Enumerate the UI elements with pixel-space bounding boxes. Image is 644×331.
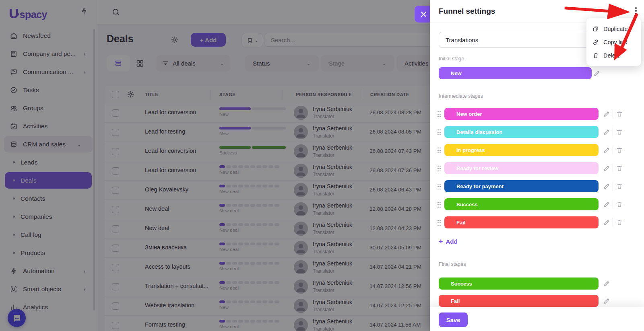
- app: U spacy Newsfeed Company and pe... › Com…: [0, 0, 644, 331]
- final-stages-section-label: Final stages: [439, 261, 466, 267]
- edit-pencil-icon[interactable]: [603, 164, 611, 172]
- drag-handle-icon[interactable]: [437, 183, 441, 189]
- stage-bar[interactable]: Ready for payment: [444, 180, 599, 192]
- edit-pencil-icon[interactable]: [603, 200, 611, 208]
- modal-backdrop[interactable]: [0, 0, 430, 331]
- drag-handle-icon[interactable]: [437, 111, 441, 117]
- add-stage-button[interactable]: + Add: [439, 237, 458, 246]
- panel-title: Funnel settings: [439, 7, 495, 16]
- close-icon: [421, 12, 426, 17]
- stage-bar[interactable]: Fail: [444, 216, 599, 228]
- copy-link-icon: [592, 39, 599, 46]
- divider: [613, 109, 613, 118]
- edit-pencil-icon[interactable]: [603, 218, 611, 226]
- initial-stage-section-label: Initial stage: [439, 56, 464, 62]
- drag-handle-icon[interactable]: [437, 165, 441, 171]
- delete-trash-icon[interactable]: [616, 201, 623, 208]
- intermediate-stages-section-label: Intermediate stages: [439, 93, 483, 99]
- delete-trash-icon[interactable]: [616, 164, 623, 172]
- divider: [613, 127, 613, 136]
- divider: [613, 164, 613, 173]
- stage-bar[interactable]: In progress: [444, 144, 599, 156]
- menu-item-duplicate[interactable]: Duplicate: [586, 22, 641, 35]
- menu-item-label: Copy link: [603, 39, 627, 45]
- delete-trash-icon[interactable]: [616, 128, 623, 136]
- save-button[interactable]: Save: [439, 312, 468, 327]
- edit-pencil-icon[interactable]: [603, 110, 611, 117]
- funnel-context-menu: Duplicate Copy link Delete: [586, 18, 641, 66]
- divider: [613, 200, 613, 209]
- stage-bar-initial[interactable]: New: [439, 67, 592, 79]
- edit-pencil-icon[interactable]: [603, 128, 611, 136]
- edit-pencil-icon[interactable]: [603, 280, 611, 287]
- delete-trash-icon[interactable]: [616, 146, 623, 154]
- divider: [613, 182, 613, 191]
- menu-item-label: Delete: [603, 52, 620, 59]
- edit-pencil-icon[interactable]: [603, 146, 611, 154]
- edit-pencil-icon[interactable]: [593, 69, 601, 77]
- delete-trash-icon[interactable]: [616, 183, 623, 190]
- edit-pencil-icon[interactable]: [603, 297, 611, 304]
- menu-item-label: Duplicate: [603, 26, 627, 32]
- stage-bar[interactable]: Ready for review: [444, 162, 599, 174]
- stage-bar-final-fail[interactable]: Fail: [439, 295, 599, 307]
- delete-trash-icon[interactable]: [616, 110, 623, 117]
- stage-bar[interactable]: New order: [444, 108, 599, 120]
- stage-bar-final-success[interactable]: Success: [439, 278, 599, 290]
- divider: [613, 146, 613, 154]
- duplicate-icon: [592, 25, 599, 33]
- menu-item-copy-link[interactable]: Copy link: [586, 35, 641, 49]
- drag-handle-icon[interactable]: [437, 129, 441, 135]
- drag-handle-icon[interactable]: [437, 201, 441, 208]
- drag-handle-icon[interactable]: [437, 147, 441, 153]
- delete-trash-icon[interactable]: [616, 219, 623, 226]
- add-stage-label: Add: [446, 238, 458, 245]
- stage-bar[interactable]: Success: [444, 198, 599, 210]
- plus-icon: +: [439, 237, 443, 246]
- trash-icon: [592, 52, 599, 59]
- menu-item-delete[interactable]: Delete: [586, 49, 641, 62]
- kebab-menu-icon[interactable]: [632, 6, 640, 17]
- stage-bar[interactable]: Details discussion: [444, 126, 599, 138]
- edit-pencil-icon[interactable]: [603, 182, 611, 190]
- panel-footer: Save: [430, 307, 644, 331]
- divider: [613, 218, 613, 227]
- drag-handle-icon[interactable]: [437, 219, 441, 226]
